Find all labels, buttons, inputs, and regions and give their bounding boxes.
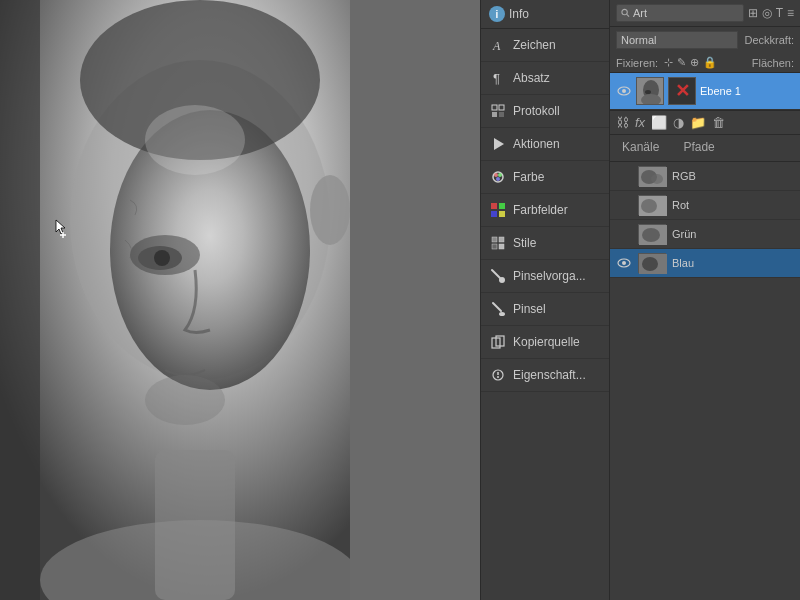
fx-icon[interactable]: fx: [635, 115, 645, 130]
svg-rect-19: [492, 112, 497, 117]
lock-position-icon[interactable]: ⊹: [664, 56, 673, 69]
fix-row: Fixieren: ⊹ ✎ ⊕ 🔒 Flächen:: [610, 53, 800, 73]
menu-item-farbe[interactable]: Farbe: [481, 161, 609, 194]
kopierquelle-label: Kopierquelle: [513, 335, 580, 349]
layer-item-ebene1[interactable]: ✕ Ebene 1: [610, 73, 800, 110]
layer-mask-thumbnail: ✕: [668, 77, 696, 105]
channel-eye-rot[interactable]: [616, 197, 632, 213]
svg-rect-28: [491, 211, 497, 217]
channel-eye-rgb[interactable]: [616, 168, 632, 184]
canvas-area: [0, 0, 480, 600]
svg-point-57: [642, 228, 660, 242]
text-icon: A: [489, 36, 507, 54]
svg-rect-17: [492, 105, 497, 110]
tab-kanaele[interactable]: Kanäle: [610, 135, 671, 161]
svg-point-37: [499, 312, 505, 316]
link-layers-icon[interactable]: ⛓: [616, 115, 629, 130]
menu-item-eigenschaften[interactable]: Eigenschaft...: [481, 359, 609, 392]
search-input[interactable]: [633, 7, 739, 19]
blend-mode-row: Normal Deckkraft:: [610, 27, 800, 53]
svg-rect-27: [499, 203, 505, 209]
properties-icon: [489, 366, 507, 384]
channel-thumb-rot: [638, 195, 666, 215]
stile-label: Stile: [513, 236, 536, 250]
channel-thumb-blau: [638, 253, 666, 273]
svg-line-44: [627, 14, 629, 16]
blend-mode-select[interactable]: Normal: [616, 31, 738, 49]
protokoll-label: Protokoll: [513, 104, 560, 118]
svg-rect-26: [491, 203, 497, 209]
color-icon: [489, 168, 507, 186]
opacity-label: Deckkraft:: [744, 34, 794, 46]
farbe-label: Farbe: [513, 170, 544, 184]
svg-rect-18: [499, 105, 504, 110]
channel-gruen[interactable]: Grün: [610, 220, 800, 249]
brush-icon: [489, 300, 507, 318]
swatches-icon: [489, 201, 507, 219]
svg-point-59: [622, 261, 626, 265]
lock-all-icon[interactable]: 🔒: [703, 56, 717, 69]
lock-paint-icon[interactable]: ✎: [677, 56, 686, 69]
channel-name-blau: Blau: [672, 257, 694, 269]
channels-tabs-row: Kanäle Pfade: [610, 135, 800, 162]
new-group-icon[interactable]: 📁: [690, 115, 706, 130]
svg-marker-21: [494, 138, 504, 150]
menu-item-stile[interactable]: Stile: [481, 227, 609, 260]
image-icon[interactable]: ⊞: [748, 6, 758, 20]
menu-item-protokoll[interactable]: Protokoll: [481, 95, 609, 128]
copy-source-icon: [489, 333, 507, 351]
channel-thumb-gruen: [638, 224, 666, 244]
actions-icon: [489, 135, 507, 153]
svg-rect-33: [499, 244, 504, 249]
adjustment-layer-icon[interactable]: ◑: [673, 115, 684, 130]
channel-rot[interactable]: Rot: [610, 191, 800, 220]
add-mask-icon[interactable]: ⬜: [651, 115, 667, 130]
circle-icon[interactable]: ◎: [762, 6, 772, 20]
svg-point-50: [645, 90, 651, 94]
aktionen-label: Aktionen: [513, 137, 560, 151]
delete-layer-icon[interactable]: 🗑: [712, 115, 725, 130]
menu-item-kopierquelle[interactable]: Kopierquelle: [481, 326, 609, 359]
paragraph-icon: ¶: [489, 69, 507, 87]
svg-rect-32: [492, 244, 497, 249]
channel-thumb-rgb: [638, 166, 666, 186]
menu-item-pinselvorga[interactable]: Pinselvorga...: [481, 260, 609, 293]
svg-point-43: [622, 9, 627, 14]
fix-label: Fixieren:: [616, 57, 658, 69]
svg-rect-29: [499, 211, 505, 217]
text-type-icon[interactable]: T: [776, 6, 783, 20]
eigenschaften-label: Eigenschaft...: [513, 368, 586, 382]
effects-icon[interactable]: ≡: [787, 6, 794, 20]
layer-visibility-toggle[interactable]: [616, 83, 632, 99]
channel-blau[interactable]: Blau: [610, 249, 800, 278]
top-icons: ⊞ ◎ T ≡: [748, 6, 794, 20]
fix-icons: ⊹ ✎ ⊕ 🔒: [664, 56, 717, 69]
layers-top-bar: ⊞ ◎ T ≡: [610, 0, 800, 27]
svg-point-12: [145, 105, 245, 175]
svg-point-42: [497, 376, 499, 378]
absatz-label: Absatz: [513, 71, 550, 85]
info-icon: i: [489, 6, 505, 22]
channel-eye-gruen[interactable]: [616, 226, 632, 242]
menu-item-absatz[interactable]: ¶ Absatz: [481, 62, 609, 95]
menu-item-aktionen[interactable]: Aktionen: [481, 128, 609, 161]
menu-item-pinsel[interactable]: Pinsel: [481, 293, 609, 326]
info-label: Info: [509, 7, 529, 21]
svg-text:A: A: [492, 39, 501, 53]
channel-name-gruen: Grün: [672, 228, 696, 240]
tab-pfade[interactable]: Pfade: [671, 135, 726, 161]
search-icon: [621, 8, 630, 18]
svg-point-35: [499, 277, 505, 283]
lock-move-icon[interactable]: ⊕: [690, 56, 699, 69]
menu-item-zeichen[interactable]: A Zeichen: [481, 29, 609, 62]
portrait-canvas: [0, 0, 350, 600]
protocol-icon: [489, 102, 507, 120]
svg-point-55: [641, 199, 657, 213]
channel-rgb[interactable]: RGB: [610, 162, 800, 191]
svg-point-5: [310, 175, 350, 245]
mask-x-icon: ✕: [675, 80, 690, 102]
menu-item-farbfelder[interactable]: Farbfelder: [481, 194, 609, 227]
layer-thumbnail: [636, 77, 664, 105]
svg-text:¶: ¶: [493, 71, 500, 86]
channel-eye-blau[interactable]: [616, 255, 632, 271]
